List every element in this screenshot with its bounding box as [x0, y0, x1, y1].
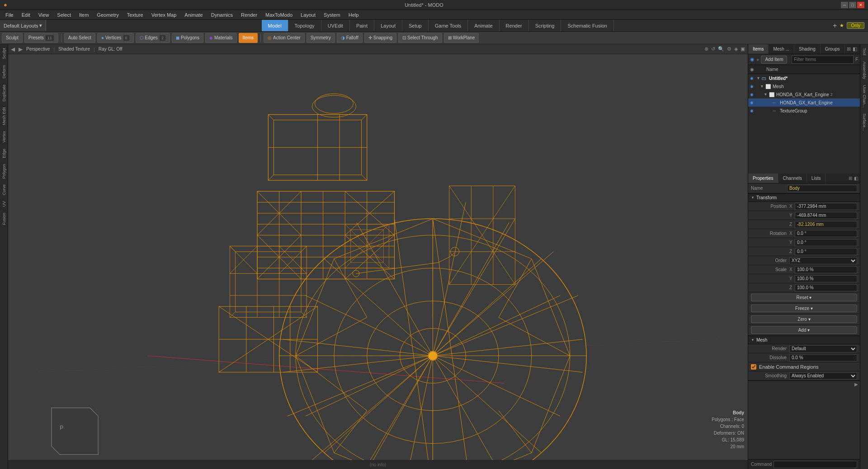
viewport-icon-3[interactable]: 🔍: [718, 46, 724, 52]
props-expand-btn[interactable]: ▶: [854, 382, 858, 387]
item-row-engine-group[interactable]: ◉ ▼ ⬜ HONDA_GX_Kart_Engine 2: [748, 90, 860, 98]
item-row-mesh[interactable]: ◉ ▼ ⬜ Mesh: [748, 82, 860, 90]
tab-layout[interactable]: Layout: [374, 20, 402, 31]
tab-topology[interactable]: Topology: [288, 20, 321, 31]
right-edge-surface[interactable]: Surface...: [861, 111, 868, 134]
tab-scripting[interactable]: Scripting: [529, 20, 561, 31]
add-icon[interactable]: +: [756, 57, 759, 62]
presets-button[interactable]: Presets 11: [24, 33, 58, 43]
menu-layout[interactable]: Layout: [297, 11, 319, 19]
sidebar-polygon[interactable]: Polygon: [1, 161, 7, 182]
menu-render[interactable]: Render: [237, 11, 261, 19]
props-settings-icon[interactable]: ◧: [854, 176, 858, 181]
viewport-raygl-label[interactable]: Ray GL: Off: [99, 47, 123, 52]
reset-button[interactable]: Reset ▾: [751, 294, 857, 301]
render-dropdown[interactable]: Default: [789, 345, 857, 352]
props-tab-properties[interactable]: Properties: [748, 174, 778, 183]
right-edge-user-chan[interactable]: User Chan...: [861, 82, 868, 111]
rpanel-tab-items[interactable]: Items: [748, 44, 769, 54]
vertices-button[interactable]: ● Vertices 0: [97, 33, 134, 43]
sculpt-button[interactable]: Sculpt: [2, 33, 23, 43]
rpanel-settings-icon[interactable]: ◧: [853, 46, 857, 52]
sidebar-mesh-edit[interactable]: Mesh Edit: [1, 104, 7, 128]
polygons-button[interactable]: ◼ Polygons: [172, 33, 203, 43]
menu-geometry[interactable]: Geometry: [93, 11, 122, 19]
sidebar-uv[interactable]: UV: [1, 198, 7, 210]
menu-edit[interactable]: Edit: [18, 11, 34, 19]
scale-z-input[interactable]: [795, 284, 857, 291]
menu-maxtomode[interactable]: MaxToModo: [262, 11, 296, 19]
item-row-texture-group[interactable]: ◉ ─ TextureGroup: [748, 107, 860, 115]
rotation-y-input[interactable]: [795, 239, 857, 246]
close-button[interactable]: ✕: [857, 2, 864, 8]
menu-select[interactable]: Select: [53, 11, 75, 19]
menu-system[interactable]: System: [320, 11, 344, 19]
scale-y-input[interactable]: [795, 275, 857, 282]
viewport-nav-next[interactable]: ▶: [19, 46, 23, 52]
menu-dynamics[interactable]: Dynamics: [208, 11, 236, 19]
tab-animate[interactable]: Animate: [468, 20, 499, 31]
sidebar-deform[interactable]: Deform: [1, 62, 7, 81]
freeze-button[interactable]: Freeze ▾: [751, 305, 857, 312]
menu-help[interactable]: Help: [345, 11, 363, 19]
rotation-x-input[interactable]: [795, 230, 857, 237]
tab-model[interactable]: Model: [262, 20, 288, 31]
props-tab-channels[interactable]: Channels: [778, 174, 807, 183]
props-expand-icon[interactable]: ⊞: [849, 176, 852, 181]
rpanel-tab-groups[interactable]: Groups: [821, 44, 845, 54]
items-button[interactable]: Items: [239, 33, 258, 43]
maximize-button[interactable]: □: [849, 2, 856, 8]
add-tab-button[interactable]: +: [833, 22, 837, 30]
viewport-shading-label[interactable]: Shaded Texture: [58, 47, 90, 52]
falloff-button[interactable]: ◑ Falloff: [337, 33, 363, 43]
smoothing-dropdown[interactable]: Always Enabled: [789, 372, 857, 380]
sidebar-duplicate[interactable]: Duplicate: [1, 82, 7, 104]
rpanel-expand-icon[interactable]: ⊞: [847, 46, 851, 52]
auto-select-button[interactable]: Auto Select: [64, 33, 95, 43]
right-edge-tool[interactable]: Tool: [861, 45, 868, 58]
sidebar-vertex[interactable]: Vertex: [1, 128, 7, 145]
tab-schematic[interactable]: Schematic Fusion: [561, 20, 613, 31]
menu-vertex-map[interactable]: Vertex Map: [148, 11, 180, 19]
viewport-perspective-label[interactable]: Perspective: [26, 47, 50, 52]
transform-section-header[interactable]: ▼ Transform: [748, 193, 860, 202]
add-item-button[interactable]: Add Item: [761, 56, 787, 64]
symmetry-button[interactable]: Symmetry: [307, 33, 335, 43]
sidebar-sculpt[interactable]: Sculpt: [1, 45, 7, 62]
viewport-icon-4[interactable]: ⚙: [727, 46, 731, 52]
tab-paint[interactable]: Paint: [350, 20, 374, 31]
viewport-icon-5[interactable]: ◈: [734, 46, 738, 52]
enable-cmd-checkbox[interactable]: [751, 364, 756, 370]
tab-setup[interactable]: Setup: [402, 20, 429, 31]
dissolve-input[interactable]: [789, 354, 857, 361]
cmd-input[interactable]: [774, 461, 857, 468]
item-row-untitled[interactable]: ◉ ▼ 🗃 Untitled*: [748, 74, 860, 82]
rotation-z-input[interactable]: [795, 248, 857, 255]
mesh-section-header[interactable]: ▼ Mesh: [748, 336, 860, 344]
sidebar-fusion[interactable]: Fusion: [1, 210, 7, 228]
workplane-button[interactable]: ⊞ WorkPlane: [444, 33, 479, 43]
order-dropdown[interactable]: XYZ: [789, 257, 857, 264]
only-button[interactable]: Only: [847, 22, 864, 29]
filter-items-input[interactable]: [792, 56, 854, 64]
position-y-input[interactable]: [795, 212, 857, 219]
position-x-input[interactable]: [795, 203, 857, 210]
viewport-nav-prev[interactable]: ◀: [11, 46, 15, 52]
right-edge-assembly[interactable]: Assembly: [861, 59, 868, 82]
snapping-button[interactable]: ✛ Snapping: [364, 33, 396, 43]
item-row-engine[interactable]: ◉ ─ HONDA_GX_Kart_Engine: [748, 98, 860, 107]
menu-item[interactable]: Item: [75, 11, 92, 19]
menu-animate[interactable]: Animate: [181, 11, 206, 19]
props-tab-lists[interactable]: Lists: [807, 174, 826, 183]
tab-uvedit[interactable]: UVEdit: [321, 20, 350, 31]
add-button[interactable]: Add ▾: [751, 326, 857, 334]
minimize-button[interactable]: ─: [841, 2, 848, 8]
menu-file[interactable]: File: [2, 11, 17, 19]
position-z-input[interactable]: [795, 221, 857, 228]
tab-game-tools[interactable]: Game Tools: [429, 20, 468, 31]
sidebar-curve[interactable]: Curve: [1, 182, 7, 198]
prop-name-input[interactable]: [787, 185, 857, 192]
tab-render-layout[interactable]: Render: [500, 20, 529, 31]
select-through-button[interactable]: ⊡ Select Through: [398, 33, 442, 43]
filter-icon[interactable]: F: [855, 57, 858, 62]
